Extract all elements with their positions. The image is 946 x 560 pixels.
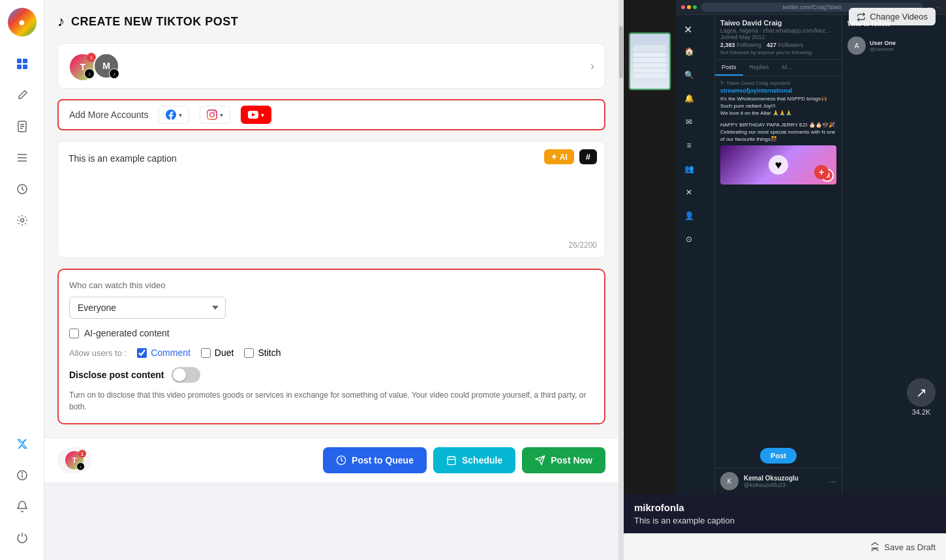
twitter-right-panel: Who to follow A User One @userone (842, 15, 946, 494)
accounts-list: T ♪ 1 M ♪ (69, 53, 119, 79)
sidebar-item-info[interactable] (9, 462, 35, 488)
twitter-preview: twitter.com/CraigTaiwo ← → ✕ 🏠 🔍 🔔 (676, 0, 946, 494)
duet-checkbox[interactable] (201, 348, 211, 358)
post-now-label: Post Now (551, 455, 592, 465)
page-title-row: ♪ CREATE NEW TIKTOK POST (57, 13, 605, 30)
ai-button[interactable]: ✦ AI (544, 149, 574, 164)
change-videos-button[interactable]: Change Videos (849, 8, 936, 25)
account-avatar-1[interactable]: T ♪ 1 (69, 53, 95, 79)
allow-users-label: Allow users to : (69, 348, 127, 358)
sidebar-item-power[interactable] (9, 525, 35, 551)
sidebar-bottom (9, 430, 35, 552)
kemal-dots-menu[interactable]: ··· (829, 476, 836, 486)
sidebar-item-feed[interactable] (9, 145, 35, 171)
schedule-label: Schedule (462, 455, 502, 465)
ai-icon: ✦ (551, 153, 557, 162)
right-panel-wrapper: Change Videos (624, 0, 946, 560)
disclose-description: Turn on to disclose that this video prom… (69, 389, 594, 413)
following-count: 2,383 Following (720, 42, 761, 48)
char-count: 26/2200 (569, 241, 597, 250)
twitter-feed-area: Taiwo David Craig Lagos, Nigeria · chat.… (715, 15, 842, 494)
accounts-card: T ♪ 1 M ♪ › (57, 43, 605, 89)
suggested-avatar-1: A (847, 37, 866, 55)
red-plus-circle: + (814, 165, 829, 179)
tab-posts[interactable]: Posts (715, 60, 743, 76)
schedule-button[interactable]: Schedule (433, 447, 515, 473)
ai-generated-checkbox[interactable] (69, 329, 79, 338)
tw-profile-icon[interactable]: 👤 (679, 205, 699, 226)
sidebar: ● (0, 0, 44, 560)
editor-area: ♪ CREATE NEW TIKTOK POST T ♪ 1 (44, 0, 946, 560)
sidebar-item-clock[interactable] (9, 176, 35, 202)
profile-info: Taiwo David Craig Lagos, Nigeria · chat.… (715, 15, 842, 60)
app-logo[interactable]: ● (8, 8, 37, 37)
save-as-draft-button[interactable]: Save as Draft (870, 542, 936, 552)
share-icon[interactable]: ↗ (907, 378, 936, 407)
sidebar-item-grid[interactable] (9, 51, 35, 77)
editor-panel: ♪ CREATE NEW TIKTOK POST T ♪ 1 (44, 0, 618, 437)
tw-communities-icon[interactable]: 👥 (679, 158, 699, 179)
tw-search-icon[interactable]: 🔍 (679, 65, 699, 85)
comment-label: Comment (151, 347, 191, 358)
instagram-account-btn[interactable]: ▾ (200, 106, 230, 124)
tw-bell-icon[interactable]: 🔔 (679, 88, 699, 109)
post-text-1: It's the Wholesomeness that NSPPD brings… (720, 95, 836, 117)
tab-more[interactable]: M... (776, 60, 799, 76)
youtube-account-btn[interactable]: ▾ (241, 106, 271, 124)
svg-point-12 (20, 219, 23, 222)
tw-more-icon[interactable]: ⊙ (679, 229, 699, 250)
account-avatar-2[interactable]: M ♪ (93, 53, 119, 79)
disclose-toggle[interactable] (172, 367, 200, 383)
followers-count: 427 Followers (767, 42, 803, 48)
add-accounts-section: Add More Accounts ▾ (57, 99, 605, 130)
stitch-option[interactable]: Stitch (244, 347, 281, 358)
sidebar-item-edit[interactable] (9, 82, 35, 108)
preview-username: mikrofonla (634, 502, 936, 513)
post-image: ♥ M + (720, 145, 836, 184)
sidebar-item-settings[interactable] (9, 207, 35, 233)
editor-scrollbar[interactable] (618, 0, 624, 560)
suggested-user-1: A User One @userone (847, 34, 941, 57)
account-pill: T ♪ 1 (57, 447, 91, 473)
kemal-handle: @koksuzo8lu23 (744, 482, 799, 488)
preview-stats-overlay: ↗ 34.2K (907, 378, 936, 416)
comment-option[interactable]: Comment (137, 347, 191, 358)
comment-checkbox[interactable] (137, 348, 147, 358)
thumbnail-1[interactable] (629, 33, 671, 90)
facebook-account-btn[interactable]: ▾ (159, 106, 189, 124)
not-followed-notice: Not followed by anyone you're following (720, 50, 836, 55)
disclose-label: Disclose post content (69, 370, 164, 380)
main-content: ♪ CREATE NEW TIKTOK POST T ♪ 1 (44, 0, 946, 560)
tw-verified-icon[interactable]: ✕ (679, 182, 699, 203)
visibility-select[interactable]: Everyone Friends Only Me (69, 297, 226, 319)
who-can-watch-label: Who can watch this video (69, 280, 594, 290)
change-videos-label: Change Videos (870, 12, 928, 22)
twitter-post-button[interactable]: Post (760, 448, 797, 464)
scrollbar-thumb[interactable] (619, 26, 623, 78)
accounts-chevron[interactable]: › (590, 59, 594, 73)
action-buttons: Post to Queue Schedule Post Now (323, 447, 605, 473)
kemal-avatar: K (720, 472, 739, 490)
sidebar-item-document[interactable] (9, 113, 35, 140)
caption-input[interactable]: This is an example caption (69, 152, 594, 230)
preview-thumbnails (624, 0, 676, 494)
tab-replies[interactable]: Replies (743, 60, 776, 76)
duet-option[interactable]: Duet (201, 347, 234, 358)
disclose-row: Disclose post content (69, 367, 594, 383)
preview-caption: This is an example caption (634, 516, 936, 525)
sidebar-item-twitter[interactable] (9, 431, 35, 457)
post-to-queue-button[interactable]: Post to Queue (323, 447, 427, 473)
profile-joined: Joined May 2012 (720, 34, 836, 40)
tw-list-icon[interactable]: ≡ (679, 135, 699, 156)
add-more-accounts-button[interactable]: Add More Accounts (69, 110, 148, 120)
share-stat: ↗ 34.2K (907, 378, 936, 416)
post-now-button[interactable]: Post Now (522, 447, 605, 473)
hashtag-button[interactable]: # (579, 149, 597, 164)
tw-mail-icon[interactable]: ✉ (679, 111, 699, 132)
post-queue-label: Post to Queue (352, 455, 414, 465)
post-text-2: HAPPY BIRTHDAY PAPA JERRY EZI 🎂🎂👴🏿🎉Celeb… (720, 121, 836, 143)
sidebar-item-bell[interactable] (9, 494, 35, 520)
stitch-checkbox[interactable] (244, 348, 254, 358)
tw-home-icon[interactable]: 🏠 (679, 41, 699, 62)
preview-panel: Change Videos (624, 0, 946, 533)
